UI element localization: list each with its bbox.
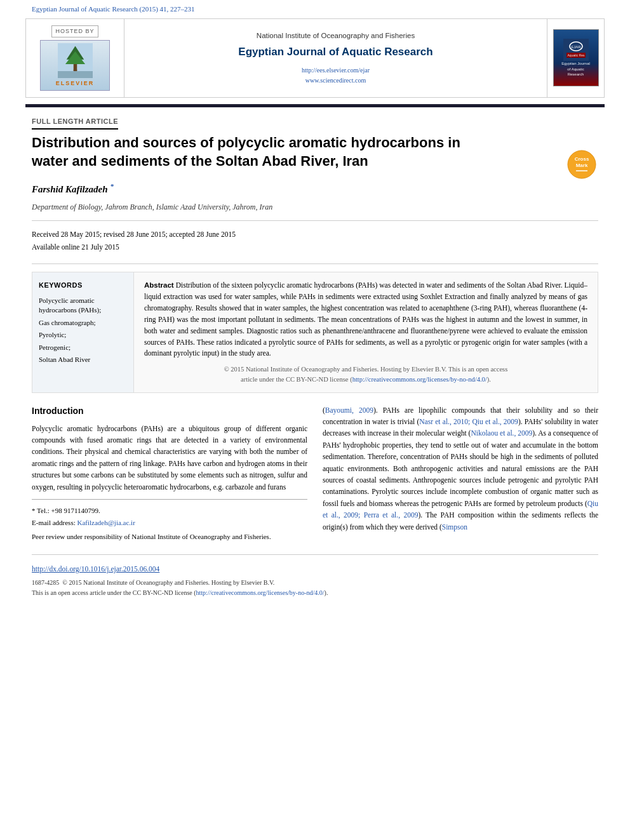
elsevier-logo: ELSEVIER (40, 40, 110, 91)
abstract-text: Abstract Distribution of the sixteen pol… (144, 280, 587, 359)
footnote-tel: * Tel.: +98 9171140799. (32, 505, 307, 517)
journal-full-title: Egyptian Journal of Aquatic Research (238, 44, 432, 60)
dates-section: Received 28 May 2015; revised 28 June 20… (32, 229, 598, 253)
svg-point-5 (73, 69, 77, 71)
license-link[interactable]: http://creativecommons.org/licenses/by-n… (196, 589, 325, 596)
svg-text:Cross: Cross (575, 156, 589, 162)
available-online: Available online 21 July 2015 (32, 241, 598, 254)
affiliation: Department of Biology, Jahrom Branch, Is… (32, 201, 598, 213)
author-text: Farshid Kafilzadeh (32, 184, 108, 194)
simpson-link[interactable]: Simpson (442, 523, 467, 531)
abstract-column: Abstract Distribution of the sixteen pol… (134, 272, 598, 392)
author-name: Farshid Kafilzadeh * (32, 181, 598, 197)
abstract-copyright-line2: article under the CC BY-NC-ND license (h… (241, 376, 491, 383)
keyword-4: Petrogenic; (39, 343, 127, 352)
journal-url2[interactable]: www.sciencedirect.com (302, 76, 370, 86)
journal-title-section: National Institute of Oceanography and F… (124, 19, 547, 98)
bayoumi-link[interactable]: Bayoumi, 2009 (325, 406, 373, 414)
title-area: Distribution and sources of polycyclic a… (32, 133, 598, 171)
doi-anchor[interactable]: http://dx.doi.org/10.1016/j.ejar.2015.06… (32, 565, 159, 573)
footnote-email-link[interactable]: Kafilzadeh@jia.ac.ir (77, 519, 135, 526)
keywords-title: KEYWORDS (39, 280, 127, 291)
svg-rect-1 (58, 71, 93, 78)
badge-logo-icon: EJAR Aquatic Res (563, 39, 589, 61)
hosted-by-label: HOSTED BY (51, 25, 98, 38)
divider-before-abstract (32, 263, 598, 264)
abstract-license-link[interactable]: http://creativecommons.org/licenses/by-n… (352, 376, 487, 383)
svg-text:EJAR: EJAR (571, 45, 581, 49)
article-title: Distribution and sources of polycyclic a… (32, 133, 464, 171)
svg-text:Mark: Mark (576, 163, 588, 168)
nikolaou-link[interactable]: Nikolaou et al., 2009 (471, 429, 532, 437)
author-footnote-marker: * (110, 182, 114, 190)
elsevier-tree-icon (58, 43, 93, 78)
footnote-email-label: E-mail address: (32, 519, 77, 526)
copyright-text: © 2015 National Institute of Oceanograph… (62, 579, 274, 586)
institution-name: National Institute of Oceanography and F… (257, 30, 415, 41)
journal-url1[interactable]: http://ees.elsevier.com/ejar (302, 65, 370, 76)
intro-left-col: Introduction Polycyclic aromatic hydroca… (32, 404, 307, 543)
intro-paragraph-right-1: (Bayoumi, 2009). PAHs are lipophilic com… (323, 404, 598, 533)
bottom-divider (32, 554, 598, 555)
crossmark-icon[interactable]: Cross Mark (566, 149, 598, 181)
abstract-copyright: © 2015 National Institute of Oceanograph… (144, 364, 587, 385)
keyword-3: Pyrolytic; (39, 330, 127, 340)
footnote-peer-review: Peer review under responsibility of Nati… (32, 531, 307, 543)
elsevier-wordmark: ELSEVIER (56, 79, 95, 88)
elsevier-section: HOSTED BY ELSEVIER (26, 19, 124, 98)
intro-right-text-bayoumi: (Bayoumi, 2009). PAHs are lipophilic com… (323, 406, 598, 531)
keyword-1: Polycyclic aromatic hydrocarbons (PAHs); (39, 296, 127, 316)
journal-citation: Egyptian Journal of Aquatic Research (20… (32, 5, 195, 13)
bottom-bar: http://dx.doi.org/10.1016/j.ejar.2015.06… (0, 554, 630, 598)
doi-link[interactable]: http://dx.doi.org/10.1016/j.ejar.2015.06… (32, 563, 598, 575)
abstract-keywords-box: KEYWORDS Polycyclic aromatic hydrocarbon… (32, 272, 598, 392)
keywords-column: KEYWORDS Polycyclic aromatic hydrocarbon… (32, 272, 134, 392)
issn: 1687-4285 (32, 579, 59, 586)
svg-text:Aquatic Res: Aquatic Res (567, 53, 584, 57)
badge-text: Egyptian Journalof AquaticResearch (561, 61, 590, 77)
keyword-5: Soltan Abad River (39, 355, 127, 364)
article-type-label: FULL LENGTH ARTICLE (32, 116, 118, 130)
intro-paragraph-1: Polycyclic aromatic hydrocarbons (PAHs) … (32, 423, 307, 493)
journal-badge: EJAR Aquatic Res Egyptian Journalof Aqua… (553, 29, 599, 86)
footnote-section: * Tel.: +98 9171140799. E-mail address: … (32, 499, 307, 543)
footnote-email: E-mail address: Kafilzadeh@jia.ac.ir (32, 517, 307, 529)
header-divider (25, 104, 605, 107)
nasr-link[interactable]: Nasr et al., 2010; Qiu et al., 2009 (419, 418, 518, 425)
introduction-section: Introduction Polycyclic aromatic hydroca… (32, 404, 598, 543)
abstract-label: Abstract (144, 281, 174, 289)
high-text: high (500, 453, 513, 460)
journal-badge-section: EJAR Aquatic Res Egyptian Journalof Aqua… (547, 19, 604, 98)
divider-after-affiliation (32, 220, 598, 221)
intro-right-col: (Bayoumi, 2009). PAHs are lipophilic com… (323, 404, 598, 543)
received-date: Received 28 May 2015; revised 28 June 20… (32, 229, 598, 241)
abstract-copyright-line1: © 2015 National Institute of Oceanograph… (224, 366, 507, 373)
journal-urls: http://ees.elsevier.com/ejar www.science… (302, 65, 370, 86)
intro-heading: Introduction (32, 404, 307, 418)
abstract-body: Distribution of the sixteen polycyclic a… (144, 281, 587, 357)
intro-left-text-1: Polycyclic aromatic hydrocarbons (PAHs) … (32, 425, 307, 491)
qiu-link[interactable]: Qiu et al., 2009; Perra et al., 2009 (323, 500, 598, 519)
article-body: FULL LENGTH ARTICLE Distribution and sou… (0, 115, 630, 543)
journal-link-bar: Egyptian Journal of Aquatic Research (20… (0, 0, 630, 18)
journal-header: HOSTED BY ELSEVIER National Institute of… (25, 18, 605, 98)
open-access-text: This is an open access article under the… (32, 589, 328, 596)
copyright-bottom: 1687-4285 © 2015 National Institute of O… (32, 578, 598, 598)
keyword-2: Gas chromatograph; (39, 318, 127, 328)
